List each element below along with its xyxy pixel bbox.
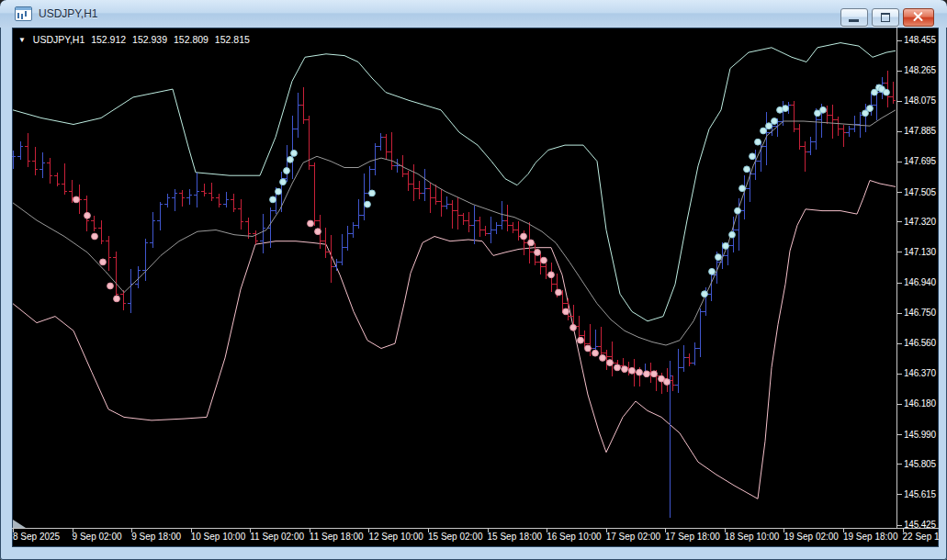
expander-icon[interactable]: ▼ [18, 36, 26, 44]
window-titlebar[interactable]: USDJPY,H1 [0, 0, 947, 28]
time-label: 11 Sep 02:00 [250, 532, 304, 542]
price-label: 145.990 [904, 430, 936, 440]
ohlc-info-line: ▼ USDJPY,H1 152.912 152.939 152.809 152.… [18, 34, 254, 45]
restore-button[interactable] [872, 8, 899, 27]
time-label: 17 Sep 18:00 [665, 532, 720, 542]
price-label: 146.560 [904, 338, 936, 348]
price-label: 145.615 [904, 489, 936, 499]
price-label: 148.455 [904, 35, 936, 45]
price-label: 148.265 [904, 65, 936, 75]
time-label: 12 Sep 10:00 [368, 532, 423, 542]
time-label: 16 Sep 10:00 [547, 532, 602, 542]
minimize-icon [849, 19, 859, 22]
price-label: 147.885 [904, 126, 936, 136]
time-label: 8 Sep 2025 [13, 532, 60, 542]
time-label: 15 Sep 18:00 [488, 532, 543, 542]
time-scale[interactable]: 8 Sep 20259 Sep 02:009 Sep 18:0010 Sep 1… [12, 530, 939, 547]
mt4-chart-window: USDJPY,H1 ▼ USDJPY,H1 152.912 152.939 15… [0, 0, 947, 560]
time-label: 19 Sep 18:00 [843, 532, 898, 542]
info-close: 152.815 [215, 34, 250, 45]
price-label: 145.425 [904, 520, 936, 530]
time-label: 22 Sep 10:00 [903, 532, 939, 542]
price-label: 145.805 [904, 459, 936, 469]
info-high: 152.939 [132, 34, 167, 45]
window-title: USDJPY,H1 [39, 7, 97, 20]
price-label: 146.370 [904, 368, 936, 378]
time-label: 9 Sep 18:00 [131, 532, 181, 542]
time-label: 10 Sep 10:00 [191, 532, 246, 542]
time-label: 19 Sep 02:00 [784, 532, 839, 542]
price-label: 147.130 [904, 247, 936, 257]
time-label: 11 Sep 18:00 [310, 532, 364, 542]
restore-icon [881, 13, 890, 22]
info-open: 152.912 [91, 34, 126, 45]
time-label: 15 Sep 02:00 [428, 532, 483, 542]
price-label: 147.505 [904, 187, 936, 197]
time-label: 17 Sep 02:00 [606, 532, 661, 542]
close-button[interactable] [903, 8, 934, 27]
time-label: 9 Sep 02:00 [73, 532, 122, 542]
price-label: 146.940 [904, 277, 936, 287]
info-symbol: USDJPY,H1 [33, 34, 85, 45]
info-low: 152.809 [174, 34, 209, 45]
price-scale[interactable]: 148.455148.265148.075147.885147.695147.5… [903, 28, 939, 529]
price-label: 148.075 [904, 95, 936, 106]
minimize-button[interactable] [840, 8, 868, 27]
price-label: 147.320 [904, 217, 936, 227]
price-label: 147.695 [904, 156, 936, 166]
chart-plot-area[interactable] [12, 28, 939, 547]
price-label: 146.750 [904, 308, 936, 318]
chart-window-icon[interactable] [15, 6, 32, 21]
price-label: 146.180 [904, 398, 936, 409]
time-label: 18 Sep 10:00 [725, 532, 780, 542]
